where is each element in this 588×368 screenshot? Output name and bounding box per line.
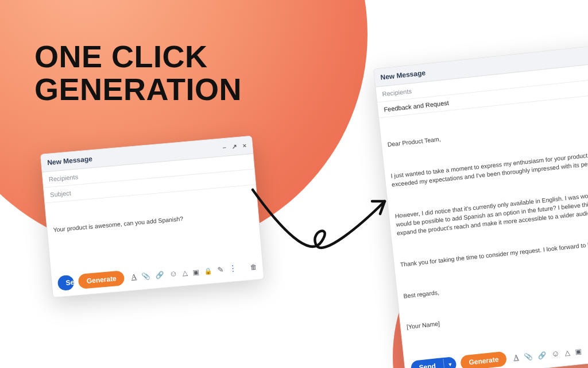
compose-title: New Message <box>47 155 93 167</box>
attach-icon[interactable] <box>141 271 150 281</box>
format-text-icon[interactable]: A <box>131 272 137 282</box>
body-paragraph-2: However, I did notice that it's currentl… <box>394 187 588 238</box>
window-controls: – ↗ × <box>222 141 247 151</box>
arrow-icon <box>247 178 396 276</box>
drive-icon[interactable] <box>564 347 571 356</box>
image-icon[interactable] <box>575 346 582 355</box>
email-body[interactable]: Dear Product Team, I just wanted to take… <box>379 92 588 358</box>
headline-line2: GENERATION <box>34 73 242 106</box>
send-dropdown-icon[interactable]: ▾ <box>443 358 457 368</box>
body-name-placeholder: [Your Name] <box>406 298 588 332</box>
drive-icon[interactable] <box>182 268 188 277</box>
format-text-icon[interactable]: A <box>513 352 519 362</box>
emoji-icon[interactable] <box>169 269 178 278</box>
lock-icon[interactable] <box>586 345 588 354</box>
headline-line1: ONE CLICK <box>34 40 242 73</box>
lock-icon[interactable] <box>204 266 212 275</box>
compose-window-before: New Message – ↗ × Recipients Subject You… <box>40 136 264 298</box>
body-signoff: Best regards, <box>403 267 588 301</box>
send-label: Send <box>57 275 75 291</box>
body-greeting: Dear Product Team, <box>387 116 588 150</box>
generate-button[interactable]: Generate <box>460 351 507 368</box>
close-icon[interactable]: × <box>242 141 247 150</box>
generate-label: Generate <box>469 355 499 366</box>
attach-icon[interactable] <box>524 351 533 361</box>
body-paragraph-3: Thank you for taking the time to conside… <box>400 235 588 269</box>
compose-title: New Message <box>380 69 426 82</box>
formatting-toolbar: A <box>131 262 257 282</box>
marketing-slide: ONE CLICK GENERATION New Message – ↗ × R… <box>0 0 588 368</box>
link-icon[interactable] <box>537 350 547 359</box>
headline: ONE CLICK GENERATION <box>34 40 242 105</box>
emoji-icon[interactable] <box>551 348 560 358</box>
generate-label: Generate <box>86 274 117 285</box>
pen-icon[interactable] <box>217 264 224 274</box>
generate-button[interactable]: Generate <box>78 270 125 289</box>
more-options-icon[interactable] <box>229 263 237 273</box>
expand-icon[interactable]: ↗ <box>231 143 237 151</box>
send-label: Send <box>410 358 444 368</box>
link-icon[interactable] <box>155 270 164 279</box>
compose-window-after: New Message Recipients Feedback and Requ… <box>373 43 588 368</box>
body-text: Your product is awesome, can you add Spa… <box>53 209 253 235</box>
minimize-icon[interactable]: – <box>222 143 226 151</box>
body-paragraph-1: I just wanted to take a moment to expres… <box>390 147 588 189</box>
send-button[interactable]: Send ▾ <box>57 275 75 291</box>
image-icon[interactable] <box>192 267 199 276</box>
send-button[interactable]: Send ▾ <box>410 356 457 368</box>
